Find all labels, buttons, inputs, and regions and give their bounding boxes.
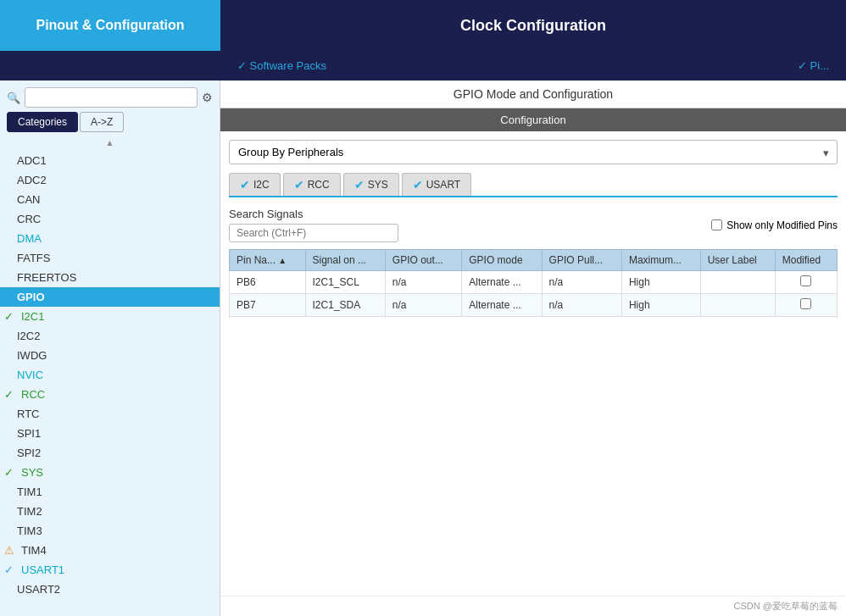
tab-label: USART xyxy=(426,179,460,191)
table-cell: Alternate ... xyxy=(462,294,542,317)
list-item[interactable]: TIM2 xyxy=(0,502,220,521)
subheader-left xyxy=(0,51,220,80)
search-signals-row: Search Signals Show only Modified Pins xyxy=(229,208,838,242)
list-item[interactable]: ⚠TIM4 xyxy=(0,541,220,560)
list-item[interactable]: TIM3 xyxy=(0,521,220,541)
peripheral-tab-rcc[interactable]: ✔RCC xyxy=(283,173,341,196)
search-input[interactable] xyxy=(25,87,198,108)
search-icon: 🔍 xyxy=(7,92,20,104)
check-icon: ✓ xyxy=(4,310,17,323)
clock-header[interactable]: Clock Configuration xyxy=(220,0,846,51)
tab-label: SYS xyxy=(368,179,388,191)
table-header-cell[interactable]: User Label xyxy=(700,250,775,271)
search-signals-input[interactable] xyxy=(229,224,398,242)
list-item[interactable]: IWDG xyxy=(0,346,220,365)
group-by-wrapper: Group By Peripherals xyxy=(229,140,838,164)
sidebar-item-label: CAN xyxy=(17,193,40,206)
sidebar-item-label: USART1 xyxy=(21,563,64,576)
list-item[interactable]: ✓USART1 xyxy=(0,560,220,580)
sidebar-item-label: FATFS xyxy=(17,252,50,264)
list-item[interactable]: CAN xyxy=(0,190,220,209)
table-header-cell[interactable]: GPIO mode xyxy=(462,250,542,271)
table-cell: I2C1_SDA xyxy=(305,294,385,317)
table-row: PB6I2C1_SCLn/aAlternate ...n/aHigh xyxy=(230,271,838,294)
table-header-cell[interactable]: Pin Na... ▲ xyxy=(230,250,306,271)
list-item[interactable]: ADC2 xyxy=(0,170,220,190)
tab-check-icon: ✔ xyxy=(354,178,365,191)
table-header-cell[interactable]: Modified xyxy=(775,250,837,271)
group-by-select[interactable]: Group By Peripherals xyxy=(229,140,838,164)
sidebar-item-label: TIM4 xyxy=(21,544,47,557)
list-item[interactable]: RTC xyxy=(0,404,220,424)
list-item[interactable]: NVIC xyxy=(0,365,220,385)
check-icon: ✓ xyxy=(4,388,17,401)
gear-icon[interactable]: ⚙ xyxy=(202,91,213,104)
pinout-header-label: Pinout & Configuration xyxy=(36,18,184,33)
main-content: GPIO Mode and Configuration Configuratio… xyxy=(220,80,846,616)
list-item[interactable]: ✓I2C1 xyxy=(0,307,220,326)
peripheral-tab-i2c[interactable]: ✔I2C xyxy=(229,173,281,196)
group-by-row: Group By Peripherals xyxy=(229,140,838,164)
config-section-header: Configuration xyxy=(220,108,846,131)
list-item[interactable]: ADC1 xyxy=(0,151,220,170)
tab-label: I2C xyxy=(253,179,270,191)
sidebar-item-label: DMA xyxy=(17,232,42,245)
list-item[interactable]: USART2 xyxy=(0,580,220,599)
show-modified-checkbox[interactable] xyxy=(711,219,722,230)
table-cell: I2C1_SCL xyxy=(305,271,385,294)
clock-header-label: Clock Configuration xyxy=(460,17,606,35)
search-signals-label: Search Signals xyxy=(229,208,398,220)
sidebar-item-label: I2C1 xyxy=(21,310,44,323)
sidebar-item-label: SYS xyxy=(21,466,43,479)
table-header-cell[interactable]: GPIO out... xyxy=(385,250,461,271)
tab-check-icon: ✔ xyxy=(240,178,250,191)
sidebar: 🔍 ⚙ Categories A->Z ▲ ADC1ADC2CANCRCDMAF… xyxy=(0,80,220,616)
table-modified-cell xyxy=(775,294,837,317)
sidebar-item-label: ADC2 xyxy=(17,174,47,186)
pinout-header[interactable]: Pinout & Configuration xyxy=(0,0,220,51)
warn-icon: ⚠ xyxy=(4,544,17,557)
software-packs-link[interactable]: ✓ Software Packs xyxy=(237,59,326,72)
list-item[interactable]: SPI1 xyxy=(0,424,220,443)
sidebar-item-label: SPI1 xyxy=(17,427,41,440)
table-modified-cell xyxy=(775,271,837,294)
table-cell: n/a xyxy=(385,271,461,294)
sidebar-item-label: I2C2 xyxy=(17,330,40,342)
list-item[interactable]: SPI2 xyxy=(0,443,220,463)
table-header-cell[interactable]: Maximum... xyxy=(621,250,700,271)
list-item[interactable]: FATFS xyxy=(0,248,220,268)
peripheral-tab-usart[interactable]: ✔USART xyxy=(402,173,471,196)
modified-checkbox[interactable] xyxy=(800,275,811,286)
modified-checkbox[interactable] xyxy=(800,298,811,309)
check-icon: ✓ xyxy=(4,466,17,479)
list-item[interactable]: FREERTOS xyxy=(0,268,220,287)
sidebar-list: ADC1ADC2CANCRCDMAFATFSFREERTOSGPIO✓I2C1I… xyxy=(0,149,220,616)
sidebar-search-bar: 🔍 ⚙ xyxy=(0,80,220,112)
tab-categories[interactable]: Categories xyxy=(7,112,78,132)
list-item[interactable]: TIM1 xyxy=(0,482,220,502)
list-item[interactable]: GPIO xyxy=(0,287,220,307)
table-row: PB7I2C1_SDAn/aAlternate ...n/aHigh xyxy=(230,294,838,317)
scroll-up-indicator: ▲ xyxy=(0,136,220,149)
table-cell xyxy=(700,271,775,294)
pinout-link[interactable]: ✓ Pi... xyxy=(798,59,829,72)
list-item[interactable]: ✓SYS xyxy=(0,463,220,482)
tab-a-to-z[interactable]: A->Z xyxy=(80,112,124,132)
show-modified-row: Show only Modified Pins xyxy=(711,219,838,231)
sidebar-item-label: RTC xyxy=(17,408,39,420)
table-header-cell[interactable]: GPIO Pull... xyxy=(542,250,621,271)
sidebar-item-label: CRC xyxy=(17,213,41,225)
watermark-text: CSDN @爱吃草莓的蓝莓 xyxy=(734,601,838,611)
show-modified-label: Show only Modified Pins xyxy=(726,219,838,231)
table-cell xyxy=(700,294,775,317)
peripheral-tab-sys[interactable]: ✔SYS xyxy=(343,173,399,196)
list-item[interactable]: ✓RCC xyxy=(0,385,220,404)
sidebar-item-label: USART2 xyxy=(17,583,60,596)
table-header-cell[interactable]: Signal on ... xyxy=(305,250,385,271)
content-title: GPIO Mode and Configuration xyxy=(220,80,846,108)
sidebar-item-label: NVIC xyxy=(17,369,43,381)
list-item[interactable]: CRC xyxy=(0,209,220,229)
sidebar-item-label: SPI2 xyxy=(17,447,41,459)
list-item[interactable]: I2C2 xyxy=(0,326,220,346)
list-item[interactable]: DMA xyxy=(0,229,220,248)
